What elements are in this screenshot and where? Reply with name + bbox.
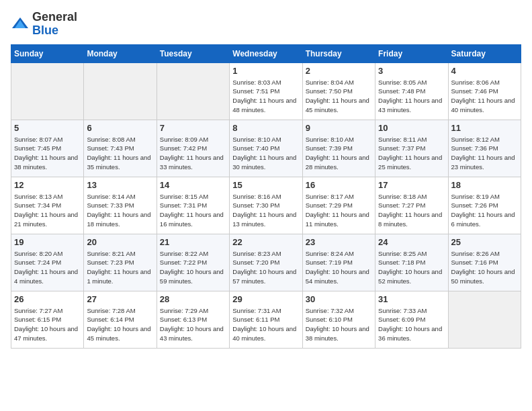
day-number: 31 [378,294,445,304]
calendar-cell: 2Sunrise: 8:04 AMSunset: 7:50 PMDaylight… [302,62,375,120]
calendar-cell: 26Sunrise: 7:27 AMSunset: 6:15 PMDayligh… [11,291,84,348]
day-info: Sunrise: 8:22 AMSunset: 7:22 PMDaylight:… [160,249,226,286]
page-header: General Blue [11,11,521,38]
day-number: 27 [87,294,153,304]
day-number: 22 [232,237,299,247]
calendar-cell: 11Sunrise: 8:12 AMSunset: 7:36 PMDayligh… [448,120,521,177]
day-info: Sunrise: 8:11 AMSunset: 7:37 PMDaylight:… [378,135,445,172]
day-info: Sunrise: 8:10 AMSunset: 7:40 PMDaylight:… [232,135,299,172]
calendar-cell: 10Sunrise: 8:11 AMSunset: 7:37 PMDayligh… [375,120,448,177]
calendar-cell: 15Sunrise: 8:16 AMSunset: 7:30 PMDayligh… [230,177,302,234]
day-info: Sunrise: 8:14 AMSunset: 7:33 PMDaylight:… [87,192,153,229]
day-header-tuesday: Tuesday [157,44,229,62]
day-header-monday: Monday [84,44,157,62]
calendar-cell: 5Sunrise: 8:07 AMSunset: 7:45 PMDaylight… [11,120,84,177]
calendar-cell: 25Sunrise: 8:26 AMSunset: 7:16 PMDayligh… [448,234,521,291]
day-number: 5 [14,123,81,133]
day-info: Sunrise: 7:29 AMSunset: 6:13 PMDaylight:… [160,306,226,343]
day-number: 11 [451,123,518,133]
day-number: 8 [232,123,299,133]
day-info: Sunrise: 8:12 AMSunset: 7:36 PMDaylight:… [451,135,518,172]
calendar-cell: 19Sunrise: 8:20 AMSunset: 7:24 PMDayligh… [11,234,84,291]
day-info: Sunrise: 8:08 AMSunset: 7:43 PMDaylight:… [87,135,153,172]
day-info: Sunrise: 7:32 AMSunset: 6:10 PMDaylight:… [306,306,372,343]
day-info: Sunrise: 8:15 AMSunset: 7:31 PMDaylight:… [160,192,226,229]
day-number: 15 [232,180,299,190]
day-number: 14 [160,180,226,190]
calendar-cell: 9Sunrise: 8:10 AMSunset: 7:39 PMDaylight… [302,120,375,177]
day-info: Sunrise: 8:18 AMSunset: 7:27 PMDaylight:… [378,192,445,229]
day-number: 21 [160,237,226,247]
day-info: Sunrise: 8:23 AMSunset: 7:20 PMDaylight:… [232,249,299,286]
calendar-cell: 27Sunrise: 7:28 AMSunset: 6:14 PMDayligh… [84,291,157,348]
day-header-sunday: Sunday [11,44,84,62]
calendar-cell [11,62,84,120]
day-header-saturday: Saturday [448,44,521,62]
day-number: 18 [451,180,518,190]
day-header-friday: Friday [375,44,448,62]
calendar-cell: 1Sunrise: 8:03 AMSunset: 7:51 PMDaylight… [230,62,302,120]
logo-text: General Blue [32,11,77,38]
day-info: Sunrise: 8:24 AMSunset: 7:19 PMDaylight:… [306,249,372,286]
day-info: Sunrise: 8:17 AMSunset: 7:29 PMDaylight:… [306,192,372,229]
calendar-cell: 22Sunrise: 8:23 AMSunset: 7:20 PMDayligh… [230,234,302,291]
calendar-table: SundayMondayTuesdayWednesdayThursdayFrid… [11,44,521,349]
day-number: 13 [87,180,153,190]
day-info: Sunrise: 8:20 AMSunset: 7:24 PMDaylight:… [14,249,81,286]
day-number: 25 [451,237,518,247]
calendar-cell: 31Sunrise: 7:33 AMSunset: 6:09 PMDayligh… [375,291,448,348]
day-info: Sunrise: 8:05 AMSunset: 7:48 PMDaylight:… [378,78,445,115]
calendar-cell: 23Sunrise: 8:24 AMSunset: 7:19 PMDayligh… [302,234,375,291]
day-number: 12 [14,180,81,190]
calendar-cell: 4Sunrise: 8:06 AMSunset: 7:46 PMDaylight… [448,62,521,120]
day-info: Sunrise: 8:06 AMSunset: 7:46 PMDaylight:… [451,78,518,115]
day-info: Sunrise: 8:16 AMSunset: 7:30 PMDaylight:… [232,192,299,229]
day-info: Sunrise: 7:27 AMSunset: 6:15 PMDaylight:… [14,306,81,343]
logo-blue: Blue [32,24,58,37]
day-number: 20 [87,237,153,247]
day-header-wednesday: Wednesday [230,44,302,62]
calendar-cell: 24Sunrise: 8:25 AMSunset: 7:18 PMDayligh… [375,234,448,291]
day-info: Sunrise: 8:21 AMSunset: 7:23 PMDaylight:… [87,249,153,286]
day-info: Sunrise: 7:28 AMSunset: 6:14 PMDaylight:… [87,306,153,343]
calendar-cell: 21Sunrise: 8:22 AMSunset: 7:22 PMDayligh… [157,234,229,291]
logo-general: General [32,10,77,24]
calendar-cell: 8Sunrise: 8:10 AMSunset: 7:40 PMDaylight… [230,120,302,177]
day-info: Sunrise: 8:10 AMSunset: 7:39 PMDaylight:… [306,135,372,172]
day-number: 30 [306,294,372,304]
day-info: Sunrise: 8:03 AMSunset: 7:51 PMDaylight:… [232,78,299,115]
day-number: 9 [306,123,372,133]
day-number: 17 [378,180,445,190]
calendar-cell: 28Sunrise: 7:29 AMSunset: 6:13 PMDayligh… [157,291,229,348]
day-number: 1 [232,66,299,76]
day-number: 7 [160,123,226,133]
calendar-cell: 12Sunrise: 8:13 AMSunset: 7:34 PMDayligh… [11,177,84,234]
logo: General Blue [11,11,77,38]
day-info: Sunrise: 8:09 AMSunset: 7:42 PMDaylight:… [160,135,226,172]
calendar-cell [84,62,157,120]
day-number: 28 [160,294,226,304]
calendar-cell: 6Sunrise: 8:08 AMSunset: 7:43 PMDaylight… [84,120,157,177]
day-header-thursday: Thursday [302,44,375,62]
day-number: 29 [232,294,299,304]
day-number: 10 [378,123,445,133]
day-info: Sunrise: 8:26 AMSunset: 7:16 PMDaylight:… [451,249,518,286]
day-info: Sunrise: 8:04 AMSunset: 7:50 PMDaylight:… [306,78,372,115]
calendar-cell: 14Sunrise: 8:15 AMSunset: 7:31 PMDayligh… [157,177,229,234]
day-number: 23 [306,237,372,247]
calendar-cell [157,62,229,120]
day-info: Sunrise: 8:13 AMSunset: 7:34 PMDaylight:… [14,192,81,229]
logo-icon [11,15,30,34]
day-number: 19 [14,237,81,247]
day-info: Sunrise: 8:07 AMSunset: 7:45 PMDaylight:… [14,135,81,172]
calendar-cell: 17Sunrise: 8:18 AMSunset: 7:27 PMDayligh… [375,177,448,234]
day-number: 26 [14,294,81,304]
calendar-cell: 3Sunrise: 8:05 AMSunset: 7:48 PMDaylight… [375,62,448,120]
calendar-cell: 16Sunrise: 8:17 AMSunset: 7:29 PMDayligh… [302,177,375,234]
day-number: 4 [451,66,518,76]
day-number: 6 [87,123,153,133]
day-number: 16 [306,180,372,190]
day-info: Sunrise: 7:31 AMSunset: 6:11 PMDaylight:… [232,306,299,343]
day-info: Sunrise: 8:25 AMSunset: 7:18 PMDaylight:… [378,249,445,286]
day-info: Sunrise: 8:19 AMSunset: 7:26 PMDaylight:… [451,192,518,229]
